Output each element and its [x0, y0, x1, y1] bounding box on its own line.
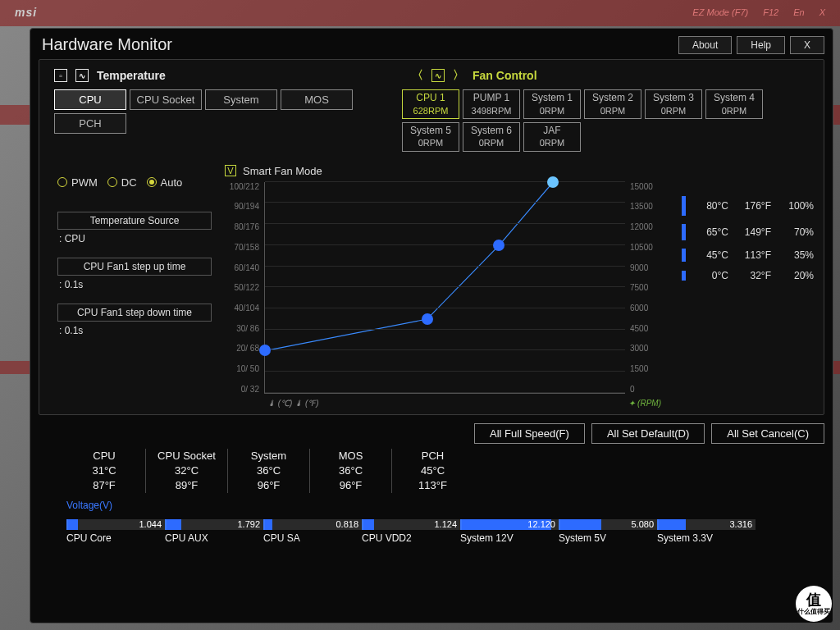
brand-logo: msi: [15, 6, 37, 19]
step-down-value: : 0.1s: [57, 322, 212, 349]
temp-units: 🌡 (℃) 🌡 (℉): [267, 399, 319, 408]
fan-tab-pump-1[interactable]: PUMP 13498RPM: [463, 89, 520, 119]
all-full-speed-button[interactable]: All Full Speed(F): [474, 423, 585, 444]
temp-tab-pch[interactable]: PCH: [54, 113, 126, 134]
legend-row-3[interactable]: 0°C32°F20%: [674, 270, 814, 281]
fan-tab-system-1[interactable]: System 10RPM: [523, 89, 581, 119]
fan-tab-system-4[interactable]: System 40RPM: [705, 89, 763, 119]
step-down-label[interactable]: CPU Fan1 step down time: [57, 304, 212, 322]
temp-source-label[interactable]: Temperature Source: [57, 212, 212, 230]
fan-tab-cpu-1[interactable]: CPU 1628RPM: [402, 89, 459, 119]
window-title: Hardware Monitor: [42, 35, 172, 54]
temp-tab-cpu[interactable]: CPU: [54, 89, 126, 110]
lang-indicator[interactable]: En: [793, 7, 804, 17]
temp-tab-cpu-socket[interactable]: CPU Socket: [130, 89, 202, 110]
mode-dc-radio[interactable]: DC: [107, 176, 137, 189]
temp-tab-system[interactable]: System: [205, 89, 277, 110]
fan-curve-chart[interactable]: [264, 182, 625, 394]
mode-pwm-radio[interactable]: PWM: [57, 176, 98, 189]
screenshot-hint[interactable]: F12: [763, 7, 778, 17]
voltage-cpu-core: 1.044CPU Core: [66, 519, 165, 544]
step-up-value: : 0.1s: [57, 276, 212, 304]
legend-row-1[interactable]: 65°C149°F70%: [674, 224, 814, 240]
voltage-section-label: Voltage(V): [30, 498, 833, 514]
chevron-right-icon[interactable]: 〈: [453, 68, 464, 83]
all-set-default-button[interactable]: All Set Default(D): [591, 423, 705, 444]
temp-source-value: : CPU: [57, 230, 212, 258]
fan-tab-system-3[interactable]: System 30RPM: [645, 89, 702, 119]
collapse-icon[interactable]: ▫: [54, 69, 67, 82]
close-button[interactable]: X: [790, 36, 824, 54]
about-button[interactable]: About: [678, 36, 732, 54]
rpm-unit: ✦ (RPM): [628, 399, 661, 408]
fan-control-section-label: Fan Control: [472, 69, 537, 82]
step-up-label[interactable]: CPU Fan1 step up time: [57, 258, 212, 276]
fan-tab-system-5[interactable]: System 50RPM: [402, 122, 459, 152]
all-set-cancel-button[interactable]: All Set Cancel(C): [711, 423, 824, 444]
fan-tab-jaf[interactable]: JAF0RPM: [523, 122, 581, 152]
fan-wave-icon: ∿: [431, 69, 445, 82]
voltage-cpu-aux: 1.792CPU AUX: [165, 519, 263, 544]
fan-curve-legend: 80°C176°F100%65°C149°F70%45°C113°F35%0°C…: [669, 163, 819, 408]
chart-left-axis: 100/21290/19480/17670/15860/14050/12240/…: [221, 182, 264, 394]
smart-fan-checkbox[interactable]: V Smart Fan Mode: [225, 165, 664, 177]
voltage-row: 1.044CPU Core1.792CPU AUX0.818CPU SA1.12…: [30, 514, 833, 547]
voltage-cpu-sa: 0.818CPU SA: [263, 519, 362, 544]
curve-point-2[interactable]: [493, 240, 504, 251]
curve-point-3[interactable]: [547, 176, 559, 188]
bios-top-strip: msi EZ Mode (F7) F12 En X: [15, 2, 825, 22]
check-icon: V: [225, 165, 236, 176]
status-cpu-socket: CPU Socket32°C89°F: [145, 449, 227, 494]
legend-row-0[interactable]: 80°C176°F100%: [674, 196, 814, 216]
status-cpu: CPU31°C87°F: [63, 449, 145, 494]
status-temps: CPU31°C87°FCPU Socket32°C89°FSystem36°C9…: [30, 449, 833, 499]
status-system: System36°C96°F: [227, 449, 309, 494]
ez-mode-hint[interactable]: EZ Mode (F7): [692, 7, 748, 17]
fan-tab-system-2[interactable]: System 20RPM: [584, 89, 641, 119]
chevron-left-icon[interactable]: 〈: [412, 68, 423, 83]
status-mos: MOS36°C96°F: [309, 449, 391, 494]
outer-close[interactable]: X: [819, 7, 825, 17]
help-button[interactable]: Help: [737, 36, 785, 54]
temp-wave-icon: ∿: [75, 69, 89, 82]
mode-auto-radio[interactable]: Auto: [147, 176, 183, 189]
legend-row-2[interactable]: 45°C113°F35%: [674, 249, 814, 262]
curve-point-1[interactable]: [422, 313, 433, 325]
fan-tab-system-6[interactable]: System 60RPM: [463, 122, 520, 152]
voltage-system-12v: 12.120System 12V: [460, 519, 559, 544]
voltage-system-5v: 5.080System 5V: [559, 519, 657, 544]
temperature-section-label: Temperature: [97, 69, 166, 82]
hardware-monitor-window: Hardware Monitor About Help X ▫ ∿ Temper…: [30, 28, 833, 623]
voltage-cpu-vdd2: 1.124CPU VDD2: [362, 519, 460, 544]
temp-tab-mos[interactable]: MOS: [281, 89, 353, 110]
voltage-system-3.3v: 3.316System 3.3V: [657, 519, 756, 544]
chart-right-axis: 1500013500120001050090007500600045003000…: [625, 182, 664, 394]
curve-point-0[interactable]: [259, 345, 271, 356]
smzdm-watermark: 值 什么值得买: [796, 586, 832, 622]
status-pch: PCH45°C113°F: [391, 449, 473, 494]
